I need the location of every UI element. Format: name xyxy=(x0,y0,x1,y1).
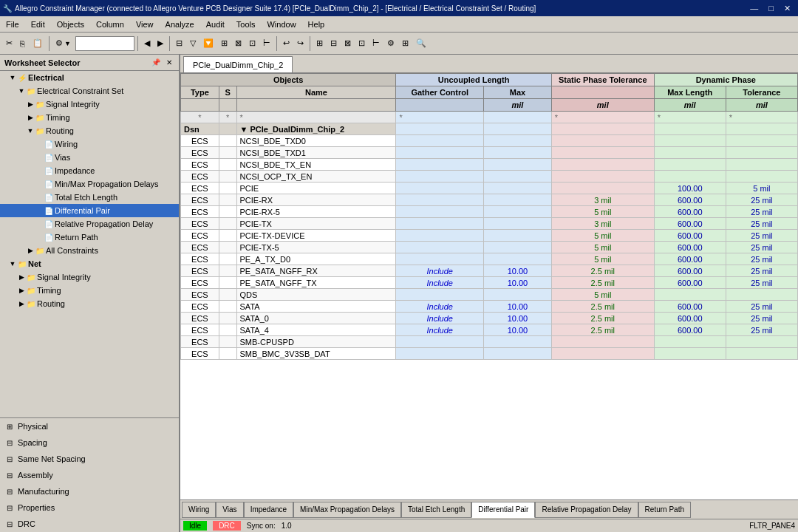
tb-view3[interactable]: ⊠ xyxy=(341,34,354,53)
table-cell[interactable]: 25 mil xyxy=(726,206,797,218)
table-cell[interactable]: NCSI_BDE_TXD0 xyxy=(236,135,396,147)
table-row[interactable]: ECS QDS5 mil xyxy=(181,289,798,301)
constraint-table-container[interactable]: Objects Uncoupled Length Static Phase To… xyxy=(180,72,798,499)
table-cell[interactable]: 2.5 mil xyxy=(551,265,654,277)
ws-pin-button[interactable]: 📌 xyxy=(149,58,163,66)
table-cell[interactable]: ECS xyxy=(181,194,219,206)
table-cell[interactable]: ECS xyxy=(181,336,219,348)
table-cell[interactable] xyxy=(396,135,484,147)
table-cell[interactable]: 10.00 xyxy=(484,313,552,324)
table-row[interactable]: ECS SATAInclude10.002.5 mil600.0025 mil xyxy=(181,301,798,313)
btab-return-path[interactable]: Return Path xyxy=(638,502,691,518)
tree-timing-ecs[interactable]: ▶ 📁 Timing xyxy=(0,111,179,124)
table-cell[interactable]: ECS xyxy=(181,183,219,194)
table-cell[interactable]: SATA xyxy=(236,301,396,313)
table-cell[interactable] xyxy=(484,194,552,206)
table-cell[interactable]: 5 mil xyxy=(551,253,654,265)
table-cell[interactable]: 600.00 xyxy=(654,206,726,218)
col-type-header[interactable]: Type xyxy=(181,86,219,99)
tb-paste[interactable]: 📋 xyxy=(30,34,46,53)
tb-view2[interactable]: ⊟ xyxy=(327,34,340,53)
table-row[interactable]: ECS SMB-CPUSPD xyxy=(181,336,798,348)
table-cell[interactable]: ECS xyxy=(181,206,219,218)
close-button[interactable]: ✕ xyxy=(780,0,795,16)
table-cell[interactable]: 5 mil xyxy=(726,183,797,194)
table-row[interactable]: ECS NCSI_OCP_TX_EN xyxy=(181,171,798,183)
table-cell[interactable]: PE_SATA_NGFF_RX xyxy=(236,265,396,277)
table-cell[interactable]: ECS xyxy=(181,242,219,253)
table-row[interactable]: ECS PCIE-RX3 mil600.0025 mil xyxy=(181,194,798,206)
col-tol-header[interactable]: Tolerance xyxy=(726,86,797,99)
table-cell[interactable] xyxy=(551,183,654,194)
table-row[interactable]: ECS NCSI_BDE_TXD0 xyxy=(181,135,798,147)
btab-impedance[interactable]: Impedance xyxy=(244,502,293,518)
menu-edit[interactable]: Edit xyxy=(25,16,51,33)
table-row[interactable]: ECS PCIE-TX-55 mil600.0025 mil xyxy=(181,242,798,253)
table-cell[interactable] xyxy=(396,289,484,301)
table-cell[interactable] xyxy=(484,348,552,360)
table-cell[interactable] xyxy=(484,230,552,242)
table-cell[interactable]: 2.5 mil xyxy=(551,277,654,289)
bottom-spacing[interactable]: ⊟ Spacing xyxy=(0,434,179,451)
table-cell[interactable] xyxy=(219,336,236,348)
table-cell[interactable] xyxy=(219,301,236,313)
tb-undo[interactable]: ↩ xyxy=(280,34,293,53)
col-name-header[interactable]: Name xyxy=(236,86,396,99)
table-cell[interactable] xyxy=(726,159,797,171)
table-cell[interactable] xyxy=(396,253,484,265)
table-cell[interactable]: SATA_0 xyxy=(236,313,396,324)
table-cell[interactable]: ECS xyxy=(181,218,219,230)
table-cell[interactable] xyxy=(219,218,236,230)
table-row[interactable]: ECS PCIE-RX-55 mil600.0025 mil xyxy=(181,206,798,218)
table-cell[interactable]: 2.5 mil xyxy=(551,301,654,313)
table-cell[interactable]: NCSI_BDE_TX_EN xyxy=(236,159,396,171)
btab-wiring[interactable]: Wiring xyxy=(182,502,216,518)
col-s-header[interactable]: S xyxy=(219,86,236,99)
table-cell[interactable] xyxy=(551,135,654,147)
table-cell[interactable]: 5 mil xyxy=(551,206,654,218)
table-cell[interactable] xyxy=(396,336,484,348)
table-cell[interactable] xyxy=(484,183,552,194)
table-cell[interactable] xyxy=(654,289,726,301)
table-cell[interactable] xyxy=(219,230,236,242)
table-cell[interactable]: 25 mil xyxy=(726,301,797,313)
table-cell[interactable] xyxy=(484,159,552,171)
table-cell[interactable] xyxy=(396,218,484,230)
table-cell[interactable]: 600.00 xyxy=(654,253,726,265)
table-cell[interactable] xyxy=(484,242,552,253)
table-cell[interactable]: ECS xyxy=(181,277,219,289)
table-cell[interactable]: 600.00 xyxy=(654,301,726,313)
tb-filter6[interactable]: ⊡ xyxy=(246,34,259,53)
table-cell[interactable]: 600.00 xyxy=(654,230,726,242)
tree-return-path[interactable]: 📄 Return Path xyxy=(0,231,179,244)
bottom-same-net-spacing[interactable]: ⊟ Same Net Spacing xyxy=(0,451,179,467)
table-cell[interactable] xyxy=(219,183,236,194)
ws-close-button[interactable]: ✕ xyxy=(164,58,174,66)
table-cell[interactable]: PCIE xyxy=(236,183,396,194)
table-cell[interactable] xyxy=(219,242,236,253)
bottom-physical[interactable]: ⊞ Physical xyxy=(0,418,179,434)
table-cell[interactable]: SMB-CPUSPD xyxy=(236,336,396,348)
table-cell[interactable]: Include xyxy=(396,265,484,277)
bottom-drc[interactable]: ⊟ DRC xyxy=(0,516,179,532)
table-cell[interactable] xyxy=(219,206,236,218)
table-cell[interactable] xyxy=(484,147,552,159)
col-maxlen-header[interactable]: Max Length xyxy=(654,86,726,99)
table-cell[interactable] xyxy=(654,336,726,348)
table-cell[interactable]: 25 mil xyxy=(726,277,797,289)
table-cell[interactable] xyxy=(396,230,484,242)
tb-view1[interactable]: ⊞ xyxy=(313,34,326,53)
tree-signal-integrity-ecs[interactable]: ▶ 📁 Signal Integrity xyxy=(0,98,179,111)
tree-routing-ecs[interactable]: ▼ 📁 Routing xyxy=(0,124,179,137)
table-cell[interactable]: 10.00 xyxy=(484,324,552,336)
table-cell[interactable] xyxy=(396,171,484,183)
table-row[interactable]: ECS NCSI_BDE_TXD1 xyxy=(181,147,798,159)
tb-view5[interactable]: ⊢ xyxy=(369,34,383,53)
tb-view6[interactable]: ⚙ xyxy=(384,34,398,53)
table-cell[interactable] xyxy=(484,171,552,183)
table-cell[interactable]: ECS xyxy=(181,135,219,147)
tb-view7[interactable]: ⊞ xyxy=(399,34,412,53)
table-row[interactable]: ECS PCIE100.005 mil xyxy=(181,183,798,194)
table-cell[interactable] xyxy=(654,147,726,159)
tb-filter5[interactable]: ⊠ xyxy=(232,34,245,53)
